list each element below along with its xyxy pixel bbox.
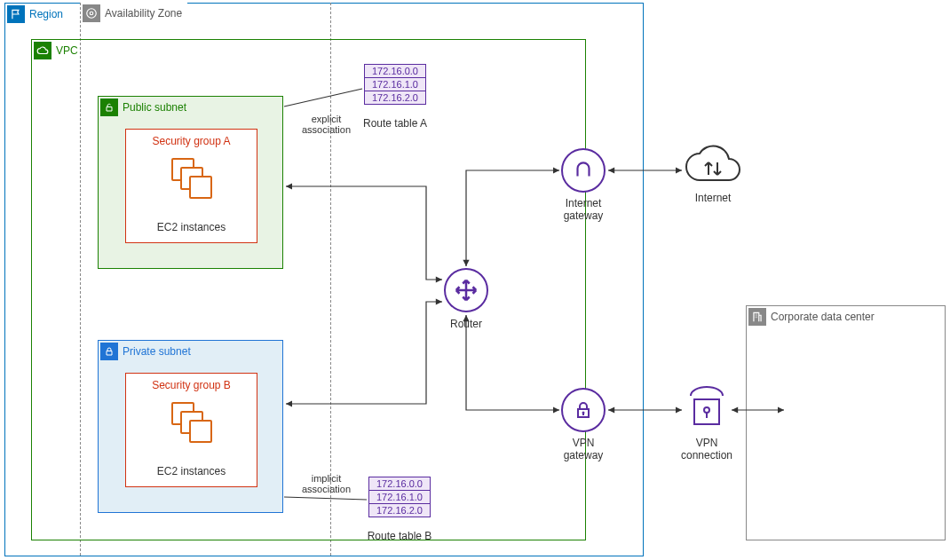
az-icon [83,4,100,22]
internet-gateway-icon [561,148,606,193]
public-subnet-header: Public subnet [99,97,192,118]
internet-label: Internet [660,192,766,204]
rt-a-entry: 172.16.0.0 [365,65,425,78]
vpc-header: VPC [32,40,83,61]
lock-open-icon [100,99,118,116]
public-subnet-label: Public subnet [123,101,186,114]
security-group-a-box: Security group A EC2 instances [125,129,257,243]
vpn-gateway-icon [561,388,606,432]
explicit-association-label: explicit association [302,114,351,135]
public-subnet-box: Public subnet Security group A EC2 insta… [98,96,283,269]
ec2-label: EC2 instances [157,465,226,477]
rt-b-entry: 172.16.1.0 [369,491,430,504]
cloud-icon [34,42,51,59]
building-icon [748,308,766,326]
corporate-label: Corporate data center [771,311,875,323]
rt-b-entry: 172.16.2.0 [369,504,430,517]
internet-gateway-label: Internet gateway [530,197,637,222]
router-label: Router [413,318,519,330]
route-table-b-label: Route table B [346,530,453,542]
vpc-label: VPC [56,44,78,57]
region-label: Region [29,8,63,20]
vpn-connection-label: VPN connection [653,437,760,461]
svg-point-4 [704,407,709,413]
corporate-data-center-box: Corporate data center [746,305,946,540]
route-table-a: 172.16.0.0 172.16.1.0 172.16.2.0 [364,64,426,105]
flag-icon [7,5,25,23]
ec2-icon [170,400,214,445]
vpn-gateway-label: VPN gateway [530,437,637,461]
svg-point-1 [90,12,93,15]
ec2-icon [170,156,214,201]
ec2-label: EC2 instances [157,221,226,233]
private-subnet-header: Private subnet [99,341,196,362]
az-header: Availability Zone [81,3,187,24]
vpn-connection-icon [684,383,730,433]
security-group-b-label: Security group B [152,379,231,391]
security-group-b-box: Security group B EC2 instances [125,373,257,487]
lock-icon [100,343,118,360]
rt-b-entry: 172.16.0.0 [369,477,430,491]
implicit-association-label: implicit association [302,473,351,494]
route-table-b: 172.16.0.0 172.16.1.0 172.16.2.0 [368,477,431,517]
router-icon [444,268,488,312]
rt-a-entry: 172.16.1.0 [365,78,425,91]
security-group-a-label: Security group A [152,135,230,147]
diagram-canvas: Region Availability Zone VPC Public subn… [0,0,950,560]
route-table-a-label: Route table A [342,117,448,130]
region-header: Region [5,4,68,25]
corporate-header: Corporate data center [747,306,880,327]
private-subnet-box: Private subnet Security group B EC2 inst… [98,340,283,513]
rt-a-entry: 172.16.2.0 [365,91,425,104]
svg-point-0 [87,9,97,19]
internet-icon [684,145,742,189]
private-subnet-label: Private subnet [123,345,191,358]
az-label: Availability Zone [105,7,182,20]
